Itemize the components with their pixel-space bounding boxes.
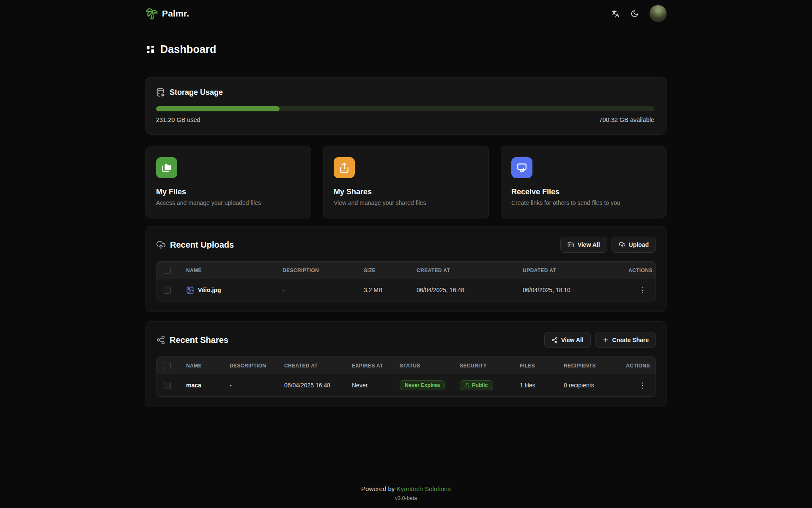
- share-expires-at: Never: [352, 382, 400, 389]
- share-created-at: 06/04/2025 16:48: [284, 382, 352, 389]
- upload-created-at: 06/04/2025, 16:48: [417, 287, 523, 293]
- quick-cards: My Files Access and manage your uploaded…: [145, 146, 667, 218]
- uploads-col-created-at: CREATED AT: [417, 268, 523, 273]
- my-shares-title: My Shares: [334, 188, 478, 196]
- status-badge: Never Expires: [400, 380, 445, 390]
- upload-file-name-text: Véio.jpg: [198, 287, 221, 293]
- upload-updated-at: 06/04/2025, 18:10: [523, 287, 628, 293]
- footer: Powered by Kyantech Solutions v3.0-beta: [0, 485, 812, 508]
- recent-shares-panel: Recent Shares View All: [145, 321, 667, 407]
- image-file-icon: [186, 286, 194, 294]
- share-nodes-icon: [551, 337, 558, 343]
- storage-progress-fill: [156, 106, 280, 111]
- uploads-table-header: NAME DESCRIPTION SIZE CREATED AT UPDATED…: [156, 262, 656, 279]
- share-row: maca - 06/04/2025 16:48 Never Never Expi…: [156, 374, 656, 396]
- brand-logo[interactable]: Palmr.: [145, 7, 189, 20]
- shares-view-all-button[interactable]: View All: [544, 332, 591, 348]
- palm-tree-icon: [145, 7, 158, 20]
- storage-usage-card: Storage Usage 231.20 GB used 700.32 GB a…: [145, 77, 667, 135]
- shares-table-header: NAME DESCRIPTION CREATED AT EXPIRES AT S…: [156, 357, 656, 374]
- database-gear-icon: [156, 88, 165, 97]
- uploads-col-actions: ACTIONS: [628, 268, 656, 273]
- powered-by-text: Powered by: [361, 485, 395, 492]
- shares-col-status: STATUS: [400, 363, 460, 369]
- theme-toggle-button[interactable]: [631, 10, 639, 18]
- upload-row-checkbox[interactable]: [164, 287, 171, 294]
- upload-button[interactable]: Upload: [612, 237, 656, 253]
- recent-uploads-title: Recent Uploads: [170, 240, 234, 250]
- share-nodes-icon: [156, 335, 165, 345]
- uploads-view-all-label: View All: [578, 241, 600, 248]
- status-badge-label: Never Expires: [405, 382, 440, 388]
- page-title: Dashboard: [160, 43, 216, 55]
- my-files-title: My Files: [156, 188, 301, 196]
- shares-table: NAME DESCRIPTION CREATED AT EXPIRES AT S…: [156, 356, 656, 397]
- cloud-upload-icon: [156, 240, 166, 250]
- page-head: Dashboard: [145, 43, 667, 55]
- my-shares-card[interactable]: My Shares View and manage your shared fi…: [323, 146, 489, 218]
- share-name[interactable]: maca: [186, 382, 230, 389]
- shares-col-security: SECURITY: [460, 363, 520, 369]
- brand-name: Palmr.: [162, 8, 189, 19]
- share-name-text: maca: [186, 382, 201, 389]
- uploads-select-all-checkbox[interactable]: [164, 267, 171, 274]
- dashboard-grid-icon: [145, 44, 155, 54]
- share-row-actions-menu[interactable]: ⋮: [639, 382, 646, 389]
- uploads-col-description: DESCRIPTION: [283, 268, 364, 273]
- shares-col-expires-at: EXPIRES AT: [352, 363, 400, 369]
- plus-icon: [602, 337, 609, 343]
- my-shares-subtitle: View and manage your shared files: [334, 199, 478, 206]
- uploads-col-size: SIZE: [364, 268, 417, 273]
- storage-used-label: 231.20 GB used: [156, 116, 200, 123]
- recent-shares-title: Recent Shares: [170, 335, 228, 345]
- upload-button-label: Upload: [629, 241, 649, 248]
- share-recipients-count: 0 recipients: [564, 382, 626, 389]
- shares-col-description: DESCRIPTION: [230, 363, 284, 369]
- security-badge-label: Public: [472, 382, 488, 388]
- upload-description: -: [283, 287, 364, 293]
- my-files-card[interactable]: My Files Access and manage your uploaded…: [145, 146, 311, 218]
- app-root: Palmr.: [0, 0, 812, 508]
- uploads-col-name: NAME: [186, 268, 283, 273]
- shares-col-name: NAME: [186, 363, 230, 369]
- shares-col-files: FILES: [520, 363, 564, 369]
- uploads-table: NAME DESCRIPTION SIZE CREATED AT UPDATED…: [156, 261, 656, 301]
- unlock-icon: [465, 383, 470, 388]
- kyantech-link[interactable]: Kyantech Solutions: [396, 485, 450, 492]
- folders-icon: [156, 157, 177, 178]
- share-description: -: [230, 382, 284, 389]
- user-avatar[interactable]: [650, 5, 667, 22]
- language-switcher-button[interactable]: [612, 10, 620, 18]
- cloud-upload-icon: [619, 241, 625, 248]
- upload-file-name[interactable]: Véio.jpg: [186, 286, 283, 294]
- version-label: v3.0-beta: [0, 495, 812, 501]
- receive-files-card[interactable]: Receive Files Create links for others to…: [501, 146, 667, 218]
- uploads-col-updated-at: UPDATED AT: [523, 268, 628, 273]
- shares-col-created-at: CREATED AT: [284, 363, 352, 369]
- receive-files-title: Receive Files: [511, 188, 656, 196]
- recent-uploads-panel: Recent Uploads View All: [145, 226, 667, 312]
- title-divider: [145, 65, 667, 65]
- topbar-actions: [612, 5, 667, 22]
- folder-open-icon: [568, 241, 574, 248]
- monitor-down-icon: [511, 157, 532, 178]
- share-row-checkbox[interactable]: [164, 382, 171, 389]
- topbar: Palmr.: [0, 0, 812, 27]
- upload-size: 3.2 MB: [364, 287, 417, 293]
- storage-progress-track: [156, 106, 654, 111]
- shares-view-all-label: View All: [561, 337, 584, 343]
- upload-row: Véio.jpg - 3.2 MB 06/04/2025, 16:48 06/0…: [156, 279, 656, 301]
- storage-available-label: 700.32 GB available: [599, 116, 654, 123]
- create-share-button[interactable]: Create Share: [595, 332, 656, 348]
- languages-icon: [612, 10, 620, 18]
- upload-row-actions-menu[interactable]: ⋮: [639, 287, 646, 294]
- security-badge: Public: [460, 380, 493, 390]
- receive-files-subtitle: Create links for others to send files to…: [511, 199, 656, 206]
- storage-usage-title: Storage Usage: [170, 88, 223, 97]
- shares-col-recipients: RECIPIENTS: [564, 363, 626, 369]
- my-files-subtitle: Access and manage your uploaded files: [156, 199, 301, 206]
- shares-select-all-checkbox[interactable]: [164, 362, 171, 369]
- uploads-view-all-button[interactable]: View All: [560, 237, 607, 253]
- share-up-icon: [334, 157, 355, 178]
- moon-icon: [631, 10, 639, 18]
